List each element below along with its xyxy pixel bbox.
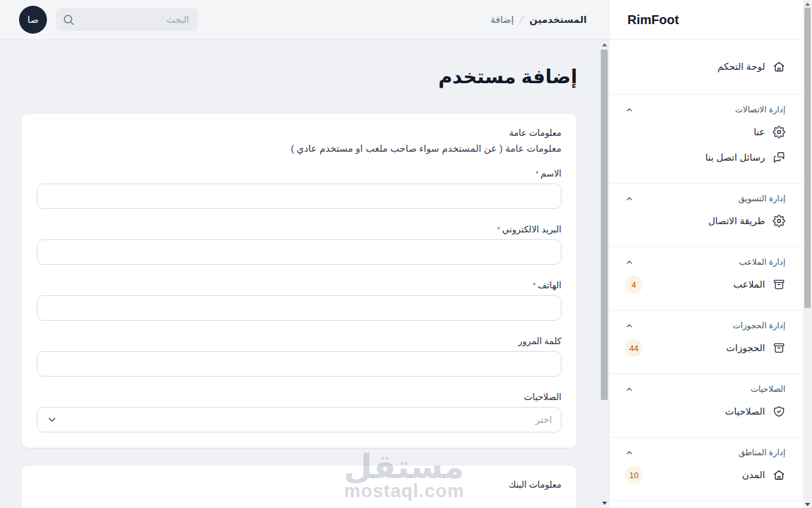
sidebar-item-dashboard[interactable]: لوحة التحكم [625,54,785,79]
phone-label-text: الهاتف [538,280,561,290]
card-title: معلومات عامة [37,128,561,138]
scroll-up-icon [805,3,810,6]
phone-input[interactable] [37,295,561,321]
page-title: إضافة مستخدم [21,65,577,88]
required-asterisk: * [533,281,536,290]
sidebar: RimFoot لوحة التحكم إدارة الاتصالات [609,0,803,508]
chevron-up-icon [625,105,634,114]
chevron-up-icon [625,385,634,394]
sidebar-section-marketing: إدارة التسويق طريقة الاتصال [610,184,803,247]
scroll-up-button[interactable] [599,40,609,50]
sidebar-section-dashboard: لوحة التحكم [610,40,803,95]
archive-icon [773,342,785,354]
section-header-stadiums[interactable]: إدارة الملاعب [625,257,785,267]
gear-icon [773,215,785,227]
sidebar-item-about[interactable]: عنا [625,119,785,145]
chevron-down-icon [46,414,58,425]
breadcrumb: المستخدمين / إضافة [490,14,587,25]
sidebar-section-stadiums: إدارة الملاعب الملاعب 4 [610,247,803,311]
scroll-up-button[interactable] [803,0,812,8]
cities-count-badge: 10 [625,466,643,484]
name-label: الاسم* [37,168,561,178]
email-input[interactable] [37,239,561,265]
gear-icon [773,126,785,138]
bank-info-card: معلومات البنك [21,465,577,508]
bank-card-title: معلومات البنك [37,479,561,490]
password-label: كلمة المرور [37,336,561,346]
section-header-permissions[interactable]: الصلاحيات [625,384,785,394]
sidebar-item-label: رسائل اتصل بنا [705,152,765,163]
breadcrumb-add[interactable]: إضافة [490,14,514,25]
bookings-count-badge: 44 [625,339,643,357]
scroll-down-button[interactable] [803,500,812,508]
section-header-label: إدارة الاتصالات [735,105,785,114]
chevron-up-icon [625,258,634,267]
search-icon [62,13,75,26]
scroll-up-icon [602,43,607,46]
sidebar-section-communications: إدارة الاتصالات عنا رسائل [610,95,803,184]
sidebar-item-contact-method[interactable]: طريقة الاتصال [625,208,785,234]
section-header-regions[interactable]: إدارة المناطق [625,448,785,457]
scrollbar-thumb[interactable] [601,50,608,400]
card-subtitle: معلومات عامة ( عن المستخدم سواء صاحب ملع… [37,143,561,154]
sidebar-item-label: عنا [754,126,765,138]
sidebar-item-label: طريقة الاتصال [708,215,765,227]
home-icon [773,60,785,73]
sidebar-scrollbar[interactable] [803,0,812,508]
section-header-bookings[interactable]: إدارة الحجوزات [625,321,785,330]
shield-check-icon [773,405,785,418]
scrollbar-thumb[interactable] [804,8,811,308]
sidebar-item-cities[interactable]: المدن 10 [625,462,785,488]
general-info-card: معلومات عامة معلومات عامة ( عن المستخدم … [21,113,577,448]
required-asterisk: * [497,225,501,234]
password-input[interactable] [37,351,561,377]
permissions-field-group: الصلاحيات اختر [37,392,561,432]
sidebar-item-label: الملاعب [733,279,765,290]
chevron-up-icon [625,321,634,330]
app-root: المستخدمين / إضافة صا إضافة مستخدم معلوم… [0,0,812,508]
email-label: البريد الالكتروني* [37,224,561,234]
sidebar-item-label: الصلاحيات [725,406,765,417]
archive-icon [773,278,785,291]
messages-icon [773,151,785,164]
name-field-group: الاسم* [37,168,561,209]
brand-logo[interactable]: RimFoot [610,0,803,40]
home-icon [773,469,785,481]
breadcrumb-separator: / [519,14,525,26]
section-header-label: إدارة المناطق [738,448,785,457]
topbar: المستخدمين / إضافة صا [0,0,609,40]
sidebar-item-bookings[interactable]: الحجوزات 44 [625,335,785,361]
page-content: إضافة مستخدم معلومات عامة معلومات عامة (… [0,40,599,508]
search-box [56,8,198,31]
email-field-group: البريد الالكتروني* [37,224,561,265]
scroll-down-button[interactable] [599,498,609,508]
section-header-marketing[interactable]: إدارة التسويق [625,194,785,203]
permissions-select[interactable]: اختر [37,407,561,432]
breadcrumb-users[interactable]: المستخدمين [529,14,587,25]
section-header-label: إدارة الملاعب [739,257,785,267]
sidebar-item-stadiums[interactable]: الملاعب 4 [625,272,785,297]
content-scrollbar[interactable] [599,40,609,508]
sidebar-section-permissions: الصلاحيات الصلاحيات [610,374,803,438]
section-header-label: الصلاحيات [750,384,785,394]
sidebar-item-permissions[interactable]: الصلاحيات [625,399,785,424]
scroll-down-icon [805,503,810,506]
main-area: المستخدمين / إضافة صا إضافة مستخدم معلوم… [0,0,609,508]
section-header-label: إدارة الحجوزات [733,321,785,330]
search-input[interactable] [56,8,198,31]
sidebar-section-bookings: إدارة الحجوزات الحجوزات 44 [610,311,803,374]
main-body: إضافة مستخدم معلومات عامة معلومات عامة (… [0,40,609,508]
phone-field-group: الهاتف* [37,280,561,321]
user-avatar[interactable]: صا [19,6,47,34]
sidebar-item-contact-messages[interactable]: رسائل اتصل بنا [625,145,785,170]
avatar-initials: صا [27,14,38,25]
name-input[interactable] [37,184,561,209]
sidebar-item-label: الحجوزات [726,342,765,354]
chevron-up-icon [625,448,634,457]
chevron-up-icon [625,194,634,203]
sidebar-item-label: لوحة التحكم [717,61,765,72]
scroll-down-icon [602,502,607,505]
password-field-group: كلمة المرور [37,336,561,377]
section-header-communications[interactable]: إدارة الاتصالات [625,105,785,114]
section-header-label: إدارة التسويق [738,194,785,203]
